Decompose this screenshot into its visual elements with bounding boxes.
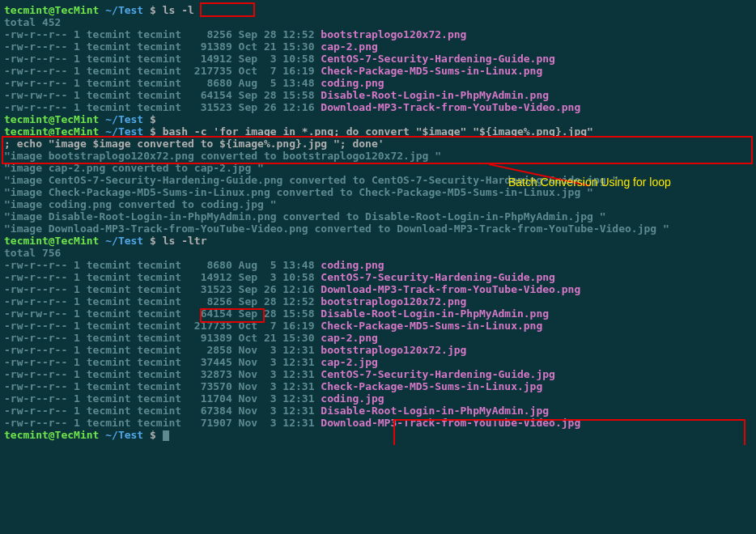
file-perms: -rw-r--r-- 1 tecmint tecmint 8256 Sep 28… — [4, 28, 321, 40]
command-bash-convert-cont: ; echo "image $image converted to ${imag… — [4, 138, 752, 150]
list-item: -rw-r--r-- 1 tecmint tecmint 217735 Oct … — [4, 320, 752, 332]
file-name: Disable-Root-Login-in-PhpMyAdmin.jpg — [321, 405, 549, 417]
file-perms: -rw-r--r-- 1 tecmint tecmint 8256 Sep 28… — [4, 295, 321, 307]
file-perms: -rw-r--r-- 1 tecmint tecmint 31523 Sep 2… — [4, 283, 321, 295]
list-item: -rw-r--r-- 1 tecmint tecmint 73570 Nov 3… — [4, 380, 752, 392]
file-perms: -rw-r--r-- 1 tecmint tecmint 14912 Sep 3… — [4, 53, 321, 65]
file-name: Download-MP3-Track-from-YouTube-Video.jp… — [321, 417, 580, 429]
conversion-line: "image coding.png converted to coding.jp… — [4, 198, 752, 210]
total-line: total 452 — [4, 16, 752, 28]
file-name: Check-Package-MD5-Sums-in-Linux.jpg — [321, 380, 542, 392]
list-item: -rw-r--r-- 1 tecmint tecmint 8680 Aug 5 … — [4, 77, 752, 89]
file-perms: -rw-r--r-- 1 tecmint tecmint 217735 Oct … — [4, 65, 321, 77]
file-name: Disable-Root-Login-in-PhpMyAdmin.png — [321, 89, 549, 101]
file-perms: -rw-r--r-- 1 tecmint tecmint 32873 Nov 3… — [4, 368, 321, 380]
file-name: Disable-Root-Login-in-PhpMyAdmin.png — [321, 307, 549, 320]
prompt-line-final: tecmint@TecMint ~/Test $ — [4, 429, 752, 441]
command-bash-convert: bash -c 'for image in *.png; do convert … — [163, 125, 593, 138]
file-name: bootstraplogo120x72.png — [321, 295, 466, 307]
prompt-line-bash: tecmint@TecMint ~/Test $ bash -c 'for im… — [4, 125, 752, 138]
file-perms: -rw-r--r-- 1 tecmint tecmint 91389 Oct 2… — [4, 40, 321, 53]
cursor-icon — [163, 430, 169, 441]
file-perms: -rw-r--r-- 1 tecmint tecmint 31523 Sep 2… — [4, 101, 321, 113]
list-item: -rw-r--r-- 1 tecmint tecmint 91389 Oct 2… — [4, 332, 752, 344]
file-name: coding.png — [321, 259, 384, 271]
prompt-line-empty: tecmint@TecMint ~/Test $ — [4, 113, 752, 125]
file-name: Download-MP3-Track-from-YouTube-Video.pn… — [321, 101, 580, 113]
list-item: -rw-r--r-- 1 tecmint tecmint 8256 Sep 28… — [4, 295, 752, 307]
conversion-line: "image Disable-Root-Login-in-PhpMyAdmin.… — [4, 210, 752, 222]
command-ls-l: ls -l — [163, 4, 194, 16]
file-perms: -rw-r--r-- 1 tecmint tecmint 8680 Aug 5 … — [4, 259, 321, 271]
list-item: -rw-r--r-- 1 tecmint tecmint 217735 Oct … — [4, 65, 752, 77]
file-name: Check-Package-MD5-Sums-in-Linux.png — [321, 320, 542, 332]
ls-output-1: -rw-r--r-- 1 tecmint tecmint 8256 Sep 28… — [4, 28, 752, 113]
list-item: -rw-r--r-- 1 tecmint tecmint 31523 Sep 2… — [4, 283, 752, 295]
file-name: bootstraplogo120x72.png — [321, 28, 466, 40]
path: ~/Test — [105, 4, 143, 16]
file-name: cap-2.jpg — [321, 356, 377, 368]
file-name: bootstraplogo120x72.jpg — [321, 344, 466, 356]
file-perms: -rw-r--r-- 1 tecmint tecmint 37445 Nov 3… — [4, 356, 321, 368]
file-name: CentOS-7-Security-Hardening-Guide.jpg — [321, 368, 555, 380]
file-name: Download-MP3-Track-from-YouTube-Video.pn… — [321, 283, 580, 295]
prompt-line-1: tecmint@TecMint ~/Test $ ls -l — [4, 4, 752, 16]
command-ls-ltr: ls -ltr — [163, 235, 207, 247]
list-item: -rw-r--r-- 1 tecmint tecmint 67384 Nov 3… — [4, 405, 752, 417]
file-perms: -rw-rw-r-- 1 tecmint tecmint 64154 Sep 2… — [4, 307, 321, 320]
file-perms: -rw-rw-r-- 1 tecmint tecmint 64154 Sep 2… — [4, 89, 321, 101]
conversion-line: "image Download-MP3-Track-from-YouTube-V… — [4, 222, 752, 235]
annotation-label: Batch Conversion Using for loop — [508, 176, 671, 189]
file-name: coding.png — [321, 77, 384, 89]
file-name: CentOS-7-Security-Hardening-Guide.png — [321, 53, 555, 65]
file-perms: -rw-r--r-- 1 tecmint tecmint 71907 Nov 3… — [4, 417, 321, 429]
list-item: -rw-rw-r-- 1 tecmint tecmint 64154 Sep 2… — [4, 89, 752, 101]
file-name: coding.jpg — [321, 392, 384, 405]
list-item: -rw-r--r-- 1 tecmint tecmint 32873 Nov 3… — [4, 368, 752, 380]
total-line-2: total 756 — [4, 247, 752, 259]
list-item: -rw-r--r-- 1 tecmint tecmint 11704 Nov 3… — [4, 392, 752, 405]
list-item: -rw-r--r-- 1 tecmint tecmint 31523 Sep 2… — [4, 101, 752, 113]
list-item: -rw-r--r-- 1 tecmint tecmint 2858 Nov 3 … — [4, 344, 752, 356]
terminal[interactable]: tecmint@TecMint ~/Test $ ls -l total 452… — [4, 4, 752, 441]
prompt-line-ls-ltr: tecmint@TecMint ~/Test $ ls -ltr — [4, 235, 752, 247]
file-perms: -rw-r--r-- 1 tecmint tecmint 14912 Sep 3… — [4, 271, 321, 283]
list-item: -rw-r--r-- 1 tecmint tecmint 71907 Nov 3… — [4, 417, 752, 429]
file-name: cap-2.png — [321, 40, 377, 53]
conversion-output: "image bootstraplogo120x72.png converted… — [4, 150, 752, 235]
file-perms: -rw-r--r-- 1 tecmint tecmint 8680 Aug 5 … — [4, 77, 321, 89]
file-perms: -rw-r--r-- 1 tecmint tecmint 217735 Oct … — [4, 320, 321, 332]
list-item: -rw-r--r-- 1 tecmint tecmint 8680 Aug 5 … — [4, 259, 752, 271]
file-perms: -rw-r--r-- 1 tecmint tecmint 11704 Nov 3… — [4, 392, 321, 405]
list-item: -rw-r--r-- 1 tecmint tecmint 14912 Sep 3… — [4, 53, 752, 65]
user: tecmint@TecMint — [4, 4, 99, 16]
file-name: cap-2.png — [321, 332, 377, 344]
list-item: -rw-r--r-- 1 tecmint tecmint 91389 Oct 2… — [4, 40, 752, 53]
list-item: -rw-r--r-- 1 tecmint tecmint 14912 Sep 3… — [4, 271, 752, 283]
conversion-line: "image cap-2.png converted to cap-2.jpg … — [4, 162, 752, 174]
list-item: -rw-rw-r-- 1 tecmint tecmint 64154 Sep 2… — [4, 307, 752, 320]
list-item: -rw-r--r-- 1 tecmint tecmint 8256 Sep 28… — [4, 28, 752, 40]
file-name: CentOS-7-Security-Hardening-Guide.png — [321, 271, 555, 283]
file-perms: -rw-r--r-- 1 tecmint tecmint 91389 Oct 2… — [4, 332, 321, 344]
file-perms: -rw-r--r-- 1 tecmint tecmint 73570 Nov 3… — [4, 380, 321, 392]
list-item: -rw-r--r-- 1 tecmint tecmint 37445 Nov 3… — [4, 356, 752, 368]
ls-output-2: -rw-r--r-- 1 tecmint tecmint 8680 Aug 5 … — [4, 259, 752, 429]
conversion-line: "image bootstraplogo120x72.png converted… — [4, 150, 752, 162]
file-perms: -rw-r--r-- 1 tecmint tecmint 2858 Nov 3 … — [4, 344, 321, 356]
file-name: Check-Package-MD5-Sums-in-Linux.png — [321, 65, 542, 77]
file-perms: -rw-r--r-- 1 tecmint tecmint 67384 Nov 3… — [4, 405, 321, 417]
